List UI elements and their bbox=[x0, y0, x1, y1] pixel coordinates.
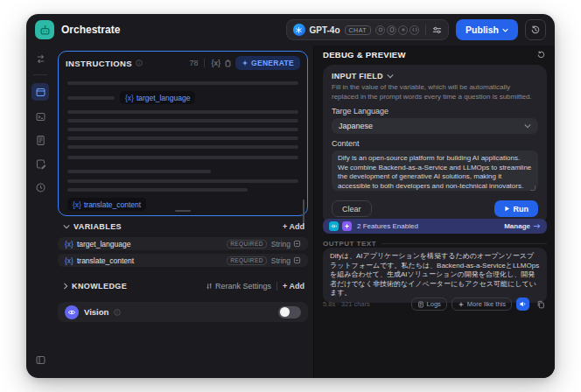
more-like-this-feature-icon bbox=[342, 221, 352, 231]
run-button[interactable]: Run bbox=[494, 200, 539, 217]
variable-name: translate_content bbox=[77, 256, 134, 265]
input-field-description: Fill in the value of the variable, which… bbox=[332, 83, 538, 102]
variables-section-header: VARIABLES + Add bbox=[63, 222, 304, 231]
logs-label: Logs bbox=[427, 300, 441, 308]
add-variable-button[interactable]: + Add bbox=[283, 222, 304, 231]
nav-annotation-icon[interactable] bbox=[32, 156, 48, 172]
variable-type: String bbox=[271, 240, 290, 248]
eye-icon bbox=[65, 305, 79, 319]
selected-language: Japanese bbox=[339, 122, 373, 130]
output-text-title: OUTPUT TEXT bbox=[323, 240, 376, 248]
sparkle-icon bbox=[242, 60, 248, 66]
header: Orchestrate GPT-4o CHAT bbox=[26, 14, 555, 46]
variable-token: {x} bbox=[65, 240, 74, 248]
chevron-down-icon[interactable] bbox=[63, 224, 70, 229]
chevron-right-icon[interactable] bbox=[63, 283, 68, 290]
copy-icon bbox=[536, 300, 545, 309]
capability-icon-4 bbox=[410, 25, 419, 35]
left-nav-rail bbox=[26, 46, 54, 378]
nav-monitoring-icon[interactable] bbox=[32, 179, 48, 195]
speaker-icon bbox=[519, 300, 527, 308]
sparkle-icon bbox=[458, 301, 465, 308]
vision-feature-row: Vision bbox=[58, 302, 308, 322]
rerank-icon bbox=[206, 283, 213, 290]
clear-button[interactable]: Clear bbox=[332, 200, 372, 217]
variable-row[interactable]: {x} target_language REQUIRED String bbox=[58, 237, 308, 250]
api-flow-icon[interactable] bbox=[32, 51, 48, 66]
textarea-resize-handle[interactable] bbox=[530, 186, 536, 191]
generate-button[interactable]: GENERATE bbox=[235, 56, 300, 70]
chevron-down-icon bbox=[524, 123, 531, 129]
features-enabled-bar[interactable]: 2 Features Enabled Manage bbox=[323, 219, 547, 234]
model-name: GPT-4o bbox=[310, 25, 340, 35]
char-count: 78 bbox=[189, 59, 198, 67]
nav-terminal-icon[interactable] bbox=[32, 108, 48, 124]
more-like-this-label: More like this bbox=[467, 300, 506, 308]
resize-handle[interactable] bbox=[175, 210, 191, 213]
instructions-editor[interactable]: INSTRUCTIONS 78 {x} GENERATE bbox=[58, 51, 308, 216]
variable-token: {x} bbox=[65, 256, 74, 265]
variable-name: target_language bbox=[136, 94, 190, 102]
knowledge-title: KNOWLEDGE bbox=[72, 282, 127, 290]
variable-name: translate_content bbox=[84, 200, 141, 209]
robot-icon bbox=[38, 24, 52, 37]
variable-row[interactable]: {x} translate_content REQUIRED String bbox=[58, 254, 308, 267]
publish-label: Publish bbox=[466, 24, 499, 35]
prompt-text-skeleton: {x} target_language {x} translate_conten… bbox=[59, 73, 307, 211]
required-badge: REQUIRED bbox=[227, 256, 267, 265]
restart-icon[interactable] bbox=[536, 50, 546, 60]
input-field-card: INPUT FIELD Fill in the value of the var… bbox=[323, 65, 547, 225]
model-params-icon[interactable] bbox=[432, 25, 442, 35]
variable-token: {x} bbox=[73, 200, 81, 209]
input-field-title: INPUT FIELD bbox=[332, 72, 383, 80]
divider bbox=[382, 243, 547, 244]
logs-icon bbox=[417, 301, 424, 308]
vision-toggle[interactable] bbox=[278, 306, 301, 318]
target-language-select[interactable]: Japanese bbox=[332, 118, 538, 134]
variable-token: {x} bbox=[125, 94, 134, 102]
vision-label: Vision bbox=[84, 307, 108, 317]
manage-features-button[interactable]: Manage bbox=[504, 222, 541, 230]
clock-history-icon bbox=[530, 24, 541, 35]
content-input[interactable]: Dify is an open-source platform for buil… bbox=[332, 150, 538, 191]
arrow-right-icon bbox=[533, 223, 541, 229]
variable-type: String bbox=[271, 256, 290, 265]
language-field-label: Targe Language bbox=[332, 107, 538, 116]
nav-orchestrate-icon[interactable] bbox=[32, 83, 49, 101]
output-result-bubble: Difyは、AIアプリケーションを構築するためのオープンソースプラットフォームで… bbox=[323, 248, 547, 303]
capability-icon-1 bbox=[375, 25, 385, 35]
output-text: Difyは、AIアプリケーションを構築するためのオープンソースプラットフォームで… bbox=[330, 252, 540, 298]
model-selector[interactable]: GPT-4o CHAT bbox=[286, 19, 450, 40]
features-count-label: 2 Features Enabled bbox=[357, 222, 418, 230]
rerank-label: Rerank Settings bbox=[215, 282, 271, 290]
logs-button[interactable]: Logs bbox=[411, 298, 447, 311]
prompt-variable-chip[interactable]: {x} translate_content bbox=[67, 198, 146, 211]
debug-preview-panel: DEBUG & PREVIEW INPUT FIELD Fill in the … bbox=[313, 46, 555, 378]
manage-label: Manage bbox=[504, 222, 530, 230]
prompt-variable-chip[interactable]: {x} target_language bbox=[120, 91, 195, 104]
rerank-settings-button[interactable]: Rerank Settings bbox=[206, 282, 271, 290]
nav-logs-icon[interactable] bbox=[32, 132, 48, 148]
chevron-down-icon[interactable] bbox=[387, 74, 394, 79]
app-window: Orchestrate GPT-4o CHAT bbox=[26, 14, 555, 378]
insert-variable-icon[interactable]: {x} bbox=[211, 59, 220, 67]
add-knowledge-button[interactable]: + Add bbox=[283, 282, 304, 290]
page-title: Orchestrate bbox=[61, 24, 120, 36]
knowledge-section-header: KNOWLEDGE Rerank Settings + Add bbox=[63, 282, 304, 290]
orchestrate-config-panel: INSTRUCTIONS 78 {x} GENERATE bbox=[54, 46, 313, 378]
variable-settings-icon[interactable] bbox=[293, 256, 301, 264]
info-icon bbox=[136, 60, 143, 66]
required-badge: REQUIRED bbox=[227, 240, 267, 248]
publish-button[interactable]: Publish bbox=[456, 19, 518, 40]
variable-settings-icon[interactable] bbox=[293, 240, 301, 248]
instructions-title: INSTRUCTIONS bbox=[66, 59, 132, 68]
copy-output-button[interactable] bbox=[534, 298, 547, 311]
collapse-sidebar-icon[interactable] bbox=[32, 352, 48, 368]
debug-title: DEBUG & PREVIEW bbox=[323, 50, 406, 60]
history-button[interactable] bbox=[525, 19, 546, 40]
copy-prompt-icon[interactable] bbox=[224, 60, 232, 67]
openai-icon bbox=[293, 24, 305, 36]
speaker-button[interactable] bbox=[516, 298, 529, 311]
model-mode-badge: CHAT bbox=[345, 25, 372, 35]
more-like-this-button[interactable]: More like this bbox=[452, 298, 512, 311]
